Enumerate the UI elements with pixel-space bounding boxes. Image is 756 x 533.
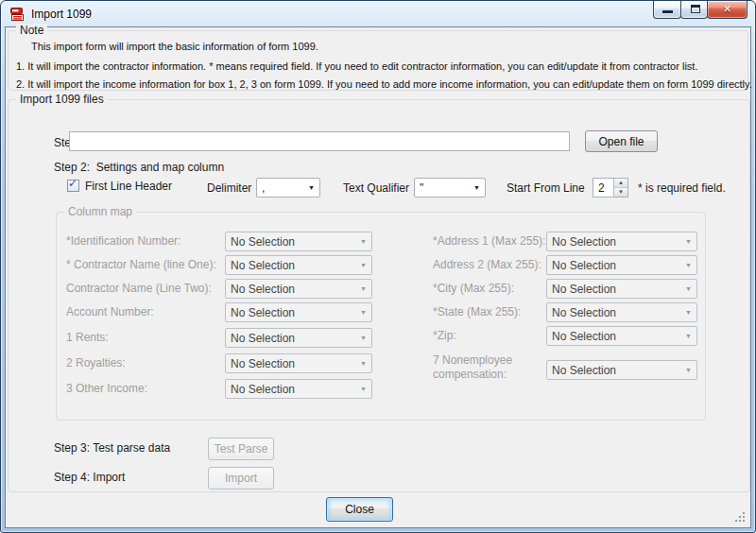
spinner-down-button[interactable]: ▼: [614, 188, 627, 197]
contractor-name-line1-select[interactable]: No Selection ▼: [225, 255, 372, 275]
import-files-legend: Import 1099 files: [16, 93, 108, 106]
note-line: 1. It will import the contractor informa…: [16, 60, 697, 72]
checkmark-icon: ✓: [68, 177, 77, 190]
chevron-down-icon: ▼: [685, 333, 692, 339]
select-value: No Selection: [552, 259, 616, 272]
file-path-input[interactable]: [69, 131, 570, 151]
select-value: No Selection: [231, 283, 295, 296]
account-number-select[interactable]: No Selection ▼: [225, 302, 372, 322]
chevron-down-icon: ▼: [360, 238, 367, 245]
chevron-down-icon: ▼: [360, 360, 367, 367]
minimize-icon: [662, 10, 673, 13]
select-value: No Selection: [552, 235, 616, 249]
select-value: No Selection: [231, 357, 295, 370]
delimiter-label: Delimiter: [207, 181, 251, 195]
address1-select[interactable]: No Selection ▼: [546, 232, 697, 251]
test-parse-button[interactable]: Test Parse: [208, 438, 274, 460]
account-number-label: Account Number:: [66, 305, 154, 318]
other-income-label: 3 Other Income:: [66, 382, 147, 395]
select-value: No Selection: [552, 330, 616, 343]
text-qualifier-value: ": [420, 181, 423, 195]
royalties-label: 2 Royalties:: [66, 356, 126, 370]
column-map-legend: Column map: [64, 205, 136, 218]
chevron-down-icon: ▼: [685, 238, 692, 245]
select-value: No Selection: [552, 364, 616, 377]
maximize-icon: [691, 5, 700, 13]
select-value: No Selection: [231, 306, 295, 319]
note-legend: Note: [16, 24, 47, 37]
contractor-name-line1-label: * Contractor Name (line One):: [66, 258, 216, 271]
chevron-down-icon: ▼: [308, 184, 315, 191]
column-map-group: Column map *Identification Number: No Se…: [56, 212, 706, 421]
close-window-button[interactable]: ✕: [707, 1, 747, 19]
chevron-down-icon: ▼: [685, 309, 692, 316]
address2-select[interactable]: No Selection ▼: [546, 255, 697, 275]
note-group: Note This import form will import the ba…: [8, 30, 748, 91]
open-file-button[interactable]: Open file: [585, 130, 658, 152]
note-line: 2. It will import the income information…: [16, 78, 752, 90]
window-controls: ✕: [654, 1, 747, 19]
chevron-down-icon: ▼: [360, 285, 367, 292]
text-qualifier-label: Text Qualifier: [343, 181, 409, 195]
spinner-buttons: ▲ ▼: [613, 179, 627, 197]
step4-label: Step 4: Import: [54, 471, 125, 484]
first-line-header-label: First Line Header: [85, 180, 172, 193]
chevron-down-icon: ▼: [473, 184, 480, 191]
state-select[interactable]: No Selection ▼: [546, 302, 697, 322]
zip-select[interactable]: No Selection ▼: [546, 326, 697, 346]
step2-label: Step 2: Settings and map column: [54, 161, 224, 174]
city-label: *City (Max 255):: [433, 282, 514, 295]
contractor-name-line2-select[interactable]: No Selection ▼: [225, 279, 372, 299]
chevron-down-icon: ▼: [685, 285, 692, 292]
required-field-note: * is required field.: [638, 181, 726, 195]
royalties-select[interactable]: No Selection ▼: [225, 353, 372, 373]
chevron-down-icon: ▼: [360, 262, 367, 268]
delimiter-value: ,: [262, 181, 265, 195]
spinner-down-icon: ▼: [618, 189, 624, 195]
chevron-down-icon: ▼: [685, 262, 692, 268]
close-icon: ✕: [708, 3, 747, 15]
close-button[interactable]: Close: [326, 497, 393, 522]
chevron-down-icon: ▼: [685, 367, 692, 373]
resize-grip[interactable]: [735, 512, 747, 524]
spinner-up-icon: ▲: [618, 180, 624, 185]
identification-number-label: *Identification Number:: [66, 234, 180, 248]
nonemployee-compensation-label: 7 Nonemployee compensation:: [433, 353, 541, 382]
titlebar[interactable]: Import 1099 ✕: [1, 1, 755, 26]
rents-label: 1 Rents:: [66, 331, 109, 344]
checkbox-icon: ✓: [67, 180, 79, 192]
import-1099-window: Import 1099 ✕ Note This import form will…: [0, 0, 756, 533]
address2-label: Address 2 (Max 255):: [433, 258, 541, 271]
select-value: No Selection: [552, 306, 616, 319]
dialog-body: Note This import form will import the ba…: [5, 26, 751, 528]
zip-label: *Zip:: [433, 329, 456, 342]
start-from-line-value[interactable]: 2: [598, 181, 605, 195]
window-title: Import 1099: [31, 8, 92, 21]
start-from-line-spinner: 2 ▲ ▼: [593, 178, 628, 198]
text-qualifier-select[interactable]: " ▼: [414, 178, 486, 198]
identification-number-select[interactable]: No Selection ▼: [225, 232, 372, 251]
select-value: No Selection: [231, 259, 295, 272]
address1-label: *Address 1 (Max 255):: [433, 234, 545, 248]
chevron-down-icon: ▼: [360, 335, 367, 341]
spinner-up-button[interactable]: ▲: [614, 179, 627, 188]
state-label: *State (Max 255):: [433, 305, 521, 318]
step3-label: Step 3: Test parse data: [54, 441, 170, 455]
select-value: No Selection: [231, 383, 295, 396]
chevron-down-icon: ▼: [360, 309, 367, 316]
maximize-button[interactable]: [680, 1, 708, 19]
city-select[interactable]: No Selection ▼: [546, 279, 697, 299]
import-files-group: Import 1099 files Step 1: Open file Step…: [8, 99, 750, 492]
select-value: No Selection: [552, 283, 616, 296]
rents-select[interactable]: No Selection ▼: [225, 328, 372, 348]
import-button[interactable]: Import: [208, 467, 274, 490]
other-income-select[interactable]: No Selection ▼: [225, 379, 372, 399]
note-line: This import form will import the basic i…: [31, 41, 318, 52]
app-icon: [10, 7, 26, 22]
minimize-button[interactable]: [653, 1, 681, 19]
delimiter-select[interactable]: , ▼: [256, 178, 320, 198]
nonemployee-compensation-select[interactable]: No Selection ▼: [546, 360, 697, 380]
first-line-header-checkbox[interactable]: ✓ First Line Header: [67, 179, 172, 193]
select-value: No Selection: [231, 235, 295, 249]
select-value: No Selection: [231, 332, 295, 345]
